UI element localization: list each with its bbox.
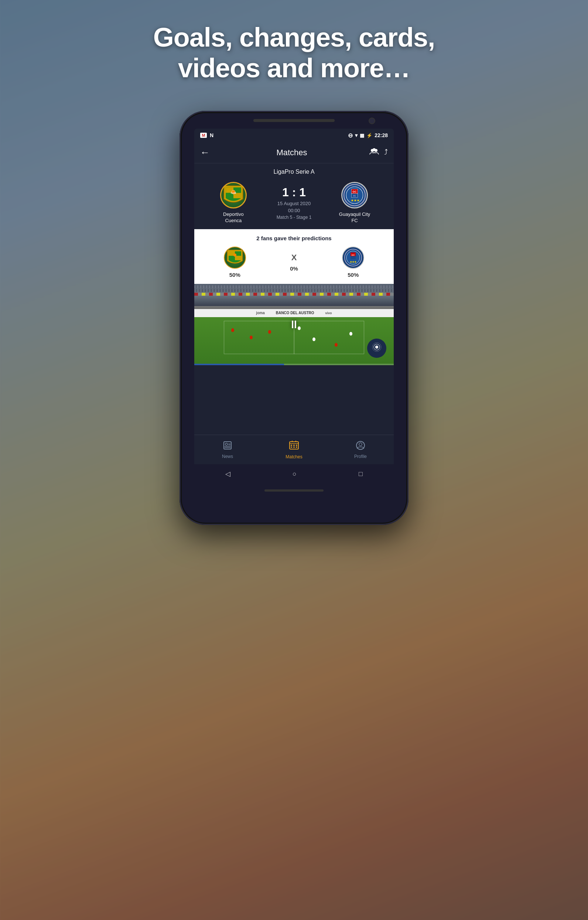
svg-point-33 <box>225 443 228 445</box>
svg-rect-21 <box>235 256 241 260</box>
prediction-home: 50% <box>224 246 246 278</box>
svg-text:CLUB: CLUB <box>231 192 236 194</box>
gmail-icon: M <box>200 133 207 138</box>
svg-point-29 <box>375 346 378 348</box>
battery-icon: ⚡ <box>367 133 372 138</box>
android-recents[interactable]: □ <box>359 470 363 478</box>
svg-text:★: ★ <box>354 199 357 202</box>
status-bar: M N ⊖ ▾ ▩ ⚡ 22:28 <box>194 129 394 142</box>
match-date: 15 August 2020 <box>277 201 311 206</box>
match-score-section: CLUB DeportivoCuenca 1 : 1 15 August 202… <box>194 179 394 229</box>
predictions-section: 2 fans gave their predictions <box>194 229 394 284</box>
phone-shell: M N ⊖ ▾ ▩ ⚡ 22:28 ← Matches <box>179 111 409 525</box>
league-header: LigaPro Serie A <box>194 164 394 179</box>
team-home-name: DeportivoCuenca <box>223 211 244 224</box>
predictions-title: 2 fans gave their predictions <box>202 235 386 241</box>
team-away: GC FC ★ ★ ★ Guayaquil CityFC <box>334 182 375 224</box>
predictions-row: 50% X 0% <box>202 246 386 278</box>
svg-rect-43 <box>293 445 295 446</box>
team-home: CLUB DeportivoCuenca <box>213 182 254 224</box>
android-home[interactable]: ○ <box>292 470 297 478</box>
pred-away-pct: 50% <box>347 272 359 278</box>
svg-text:★: ★ <box>357 199 360 202</box>
nav-matches-label: Matches <box>286 454 302 460</box>
headline: Goals, changes, cards, videos and more… <box>0 22 588 84</box>
nav-news-label: News <box>222 454 233 459</box>
group-icon[interactable] <box>369 148 379 157</box>
phone-bottom-bar <box>265 489 323 492</box>
pred-draw-pct: 0% <box>290 266 298 272</box>
prediction-draw: X 0% <box>290 253 298 272</box>
wifi-icon: ▾ <box>355 132 357 138</box>
live-rings-icon <box>372 342 381 354</box>
android-nav: ◁ ○ □ <box>194 464 394 483</box>
bottom-nav: News Ma <box>194 435 394 464</box>
svg-rect-46 <box>293 447 295 448</box>
pause-button[interactable]: ⏸ <box>288 318 300 331</box>
svg-rect-42 <box>291 445 292 446</box>
status-icons-left: M N <box>200 132 213 138</box>
score-center: 1 : 1 15 August 2020 00:00 Match 5 - Sta… <box>277 186 312 220</box>
team-away-logo: GC FC ★ ★ ★ <box>341 182 368 209</box>
nav-profile-label: Profile <box>354 454 367 459</box>
svg-rect-45 <box>291 447 292 448</box>
svg-text:★: ★ <box>351 199 354 202</box>
svg-text:FC: FC <box>354 195 356 197</box>
phone-notch <box>254 119 334 122</box>
pred-logo-away: GC ★★★ <box>342 246 364 269</box>
phone-camera <box>368 118 375 124</box>
video-section[interactable]: joma BANCO DEL AUSTRO vivo <box>194 284 394 365</box>
stadium-upper: joma BANCO DEL AUSTRO vivo <box>194 284 394 317</box>
svg-rect-20 <box>229 256 235 260</box>
svg-text:GC: GC <box>353 190 357 193</box>
svg-rect-26 <box>351 256 356 259</box>
app-bar-icons: ⤴ <box>369 148 388 157</box>
match-time: 00:00 <box>288 208 300 213</box>
profile-icon <box>356 441 365 452</box>
minus-icon: ⊖ <box>348 132 353 139</box>
svg-rect-32 <box>224 442 231 449</box>
stadium-ad-banner: joma BANCO DEL AUSTRO vivo <box>194 309 394 317</box>
svg-text:★★★: ★★★ <box>350 261 357 263</box>
status-icons-right: ⊖ ▾ ▩ ⚡ 22:28 <box>348 132 388 139</box>
app-bar-title: Matches <box>214 148 369 157</box>
svg-text:GC: GC <box>352 254 355 256</box>
app-bar: ← Matches ⤴ <box>194 142 394 164</box>
match-content: LigaPro Serie A <box>194 164 394 435</box>
nav-profile[interactable]: Profile <box>342 441 379 459</box>
svg-point-2 <box>373 148 376 151</box>
signal-icon: ▩ <box>360 133 364 138</box>
nav-matches[interactable]: Matches <box>276 440 312 460</box>
phone-screen: M N ⊖ ▾ ▩ ⚡ 22:28 ← Matches <box>194 129 394 483</box>
svg-point-49 <box>359 443 362 446</box>
news-icon <box>223 441 232 452</box>
share-icon[interactable]: ⤴ <box>384 148 388 157</box>
nav-news[interactable]: News <box>209 441 246 459</box>
prediction-away: GC ★★★ 50% <box>342 246 364 278</box>
pred-draw-label: X <box>291 253 297 262</box>
live-button[interactable] <box>367 339 386 358</box>
score-display: 1 : 1 <box>282 186 306 199</box>
status-time: 22:28 <box>375 132 388 138</box>
back-button[interactable]: ← <box>200 147 210 158</box>
android-back[interactable]: ◁ <box>225 470 231 478</box>
n-icon: N <box>210 132 213 138</box>
match-stage: Match 5 - Stage 1 <box>277 215 312 220</box>
video-progress-fill <box>194 364 284 365</box>
pred-home-pct: 50% <box>229 272 241 278</box>
matches-icon <box>289 440 299 453</box>
team-away-name: Guayaquil CityFC <box>339 211 370 224</box>
svg-rect-47 <box>296 447 297 448</box>
svg-rect-44 <box>296 445 297 446</box>
pred-logo-home <box>224 246 246 269</box>
svg-point-22 <box>233 254 236 256</box>
video-progress-bg <box>194 364 394 365</box>
team-home-logo: CLUB <box>220 182 247 209</box>
